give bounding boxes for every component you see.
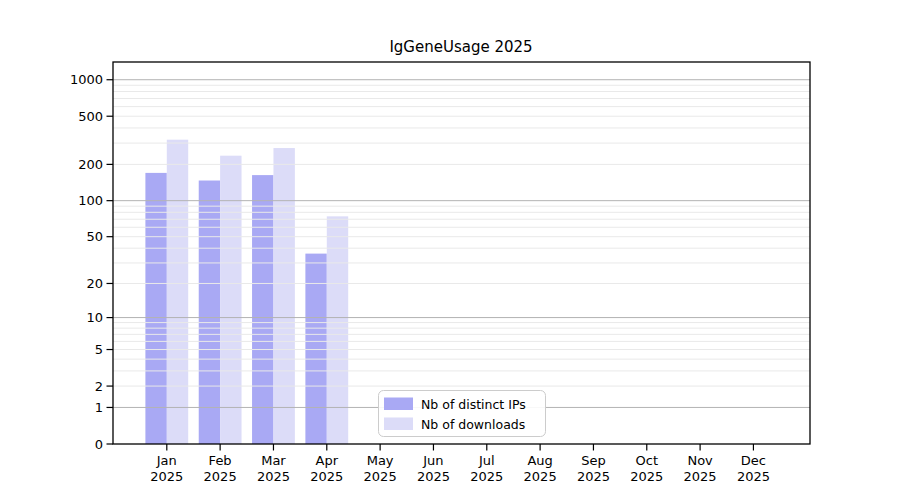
bar-distinct-ips-feb [199, 181, 220, 444]
x-tick-label-year: 2025 [524, 469, 557, 484]
chart-title: IgGeneUsage 2025 [389, 38, 532, 56]
bar-downloads-apr [327, 216, 348, 444]
x-tick-label-year: 2025 [257, 469, 290, 484]
x-tick-label-year: 2025 [417, 469, 450, 484]
x-tick-label-month: Sep [581, 453, 606, 468]
y-tick-label: 1 [95, 400, 103, 415]
y-tick-label: 10 [86, 310, 103, 325]
bar-downloads-mar [273, 148, 294, 444]
x-tick-label-year: 2025 [470, 469, 503, 484]
x-tick-label-year: 2025 [364, 469, 397, 484]
legend-label-distinct-ips: Nb of distinct IPs [421, 397, 526, 412]
x-tick-label-year: 2025 [310, 469, 343, 484]
bar-downloads-jan [167, 140, 188, 444]
bar-distinct-ips-jan [145, 173, 166, 444]
x-tick-label-month: Jun [422, 453, 443, 468]
x-tick-label-year: 2025 [737, 469, 770, 484]
x-tick-label-year: 2025 [684, 469, 717, 484]
x-tick-label-month: Mar [261, 453, 286, 468]
x-tick-label-month: Jul [478, 453, 495, 468]
x-tick-label-month: Feb [209, 453, 232, 468]
y-tick-label: 1000 [70, 72, 103, 87]
x-tick-label-month: Apr [316, 453, 339, 468]
bar-chart: 01251020501002005001000Jan2025Feb2025Mar… [0, 0, 900, 500]
y-tick-label: 2 [95, 379, 103, 394]
y-tick-label: 500 [78, 109, 103, 124]
y-tick-label: 100 [78, 193, 103, 208]
x-tick-label-year: 2025 [630, 469, 663, 484]
bar-downloads-feb [220, 156, 241, 444]
bar-distinct-ips-mar [252, 175, 273, 444]
x-tick-label-month: Nov [687, 453, 713, 468]
y-tick-label: 0 [95, 437, 103, 452]
legend: Nb of distinct IPs Nb of downloads [379, 391, 546, 437]
y-tick-label: 5 [95, 342, 103, 357]
x-tick-label-month: Aug [527, 453, 552, 468]
x-tick-label-month: Oct [636, 453, 658, 468]
y-tick-label: 20 [86, 276, 103, 291]
x-tick-label-year: 2025 [204, 469, 237, 484]
x-tick-label-month: Dec [741, 453, 766, 468]
x-tick-label-year: 2025 [150, 469, 183, 484]
x-tick-label-year: 2025 [577, 469, 610, 484]
legend-swatch-distinct-ips-icon [384, 398, 413, 411]
bar-distinct-ips-apr [305, 254, 326, 444]
y-tick-label: 200 [78, 157, 103, 172]
legend-swatch-downloads-icon [384, 418, 413, 431]
x-tick-label-month: Jan [156, 453, 177, 468]
chart-figure: 01251020501002005001000Jan2025Feb2025Mar… [0, 0, 900, 500]
x-tick-label-month: May [367, 453, 394, 468]
legend-label-downloads: Nb of downloads [421, 417, 525, 432]
y-tick-label: 50 [86, 229, 103, 244]
